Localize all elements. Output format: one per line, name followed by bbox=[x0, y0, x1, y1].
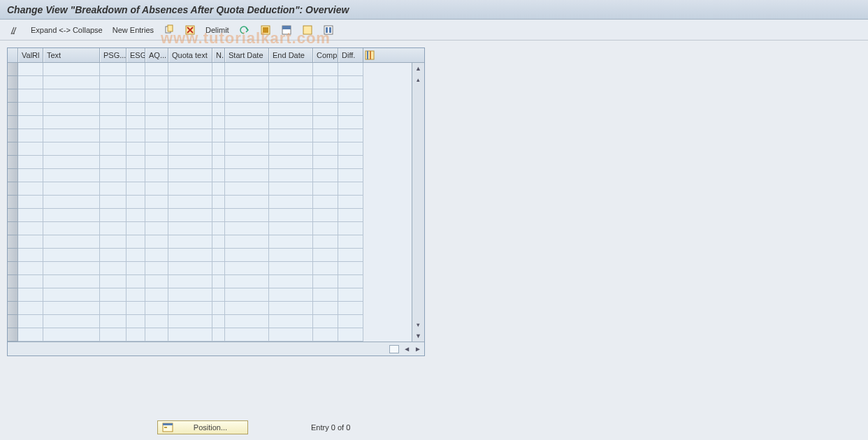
cell[interactable] bbox=[225, 209, 269, 222]
cell[interactable] bbox=[43, 328, 100, 342]
cell[interactable] bbox=[338, 235, 363, 249]
cell[interactable] bbox=[269, 196, 313, 209]
cell[interactable] bbox=[212, 89, 225, 103]
cell[interactable] bbox=[212, 262, 225, 275]
row-selector[interactable] bbox=[8, 222, 18, 235]
cell[interactable] bbox=[43, 275, 100, 288]
cell[interactable] bbox=[269, 302, 313, 315]
cell[interactable] bbox=[145, 288, 168, 302]
cell[interactable] bbox=[145, 116, 168, 129]
cell[interactable] bbox=[212, 275, 225, 288]
cell[interactable] bbox=[212, 196, 225, 209]
edit-tool-button[interactable] bbox=[7, 23, 24, 37]
cell[interactable] bbox=[338, 262, 363, 275]
cell[interactable] bbox=[212, 315, 225, 328]
cell[interactable] bbox=[18, 169, 43, 182]
cell[interactable] bbox=[43, 129, 100, 142]
row-selector[interactable] bbox=[8, 156, 18, 169]
cell[interactable] bbox=[225, 315, 269, 328]
cell[interactable] bbox=[212, 169, 225, 182]
scroll-up-button[interactable]: ▲ bbox=[412, 63, 424, 74]
cell[interactable] bbox=[338, 156, 363, 169]
cell[interactable] bbox=[100, 129, 126, 142]
cell[interactable] bbox=[126, 222, 145, 235]
cell[interactable] bbox=[43, 315, 100, 328]
cell[interactable] bbox=[269, 328, 313, 342]
cell[interactable] bbox=[313, 235, 338, 249]
cell[interactable] bbox=[18, 209, 43, 222]
cell[interactable] bbox=[225, 222, 269, 235]
cell[interactable] bbox=[43, 196, 100, 209]
cell[interactable] bbox=[126, 103, 145, 116]
cell[interactable] bbox=[212, 222, 225, 235]
cell[interactable] bbox=[313, 116, 338, 129]
copy-button[interactable] bbox=[161, 23, 178, 37]
cell[interactable] bbox=[100, 249, 126, 262]
cell[interactable] bbox=[100, 315, 126, 328]
cell[interactable] bbox=[18, 156, 43, 169]
column-header-comp-[interactable]: Comp. bbox=[313, 48, 338, 62]
row-selector[interactable] bbox=[8, 262, 18, 275]
cell[interactable] bbox=[338, 209, 363, 222]
cell[interactable] bbox=[212, 249, 225, 262]
row-selector[interactable] bbox=[8, 63, 18, 76]
cell[interactable] bbox=[212, 142, 225, 156]
cell[interactable] bbox=[269, 103, 313, 116]
cell[interactable] bbox=[100, 103, 126, 116]
cell[interactable] bbox=[168, 116, 212, 129]
cell[interactable] bbox=[212, 63, 225, 76]
cell[interactable] bbox=[126, 249, 145, 262]
cell[interactable] bbox=[338, 142, 363, 156]
row-selector[interactable] bbox=[8, 116, 18, 129]
cell[interactable] bbox=[168, 76, 212, 89]
cell[interactable] bbox=[126, 302, 145, 315]
cell[interactable] bbox=[43, 116, 100, 129]
cell[interactable] bbox=[18, 262, 43, 275]
cell[interactable] bbox=[18, 222, 43, 235]
cell[interactable] bbox=[212, 235, 225, 249]
cell[interactable] bbox=[168, 235, 212, 249]
cell[interactable] bbox=[100, 288, 126, 302]
cell[interactable] bbox=[212, 288, 225, 302]
cell[interactable] bbox=[126, 275, 145, 288]
cell[interactable] bbox=[225, 196, 269, 209]
cell[interactable] bbox=[126, 76, 145, 89]
cell[interactable] bbox=[18, 302, 43, 315]
cell[interactable] bbox=[269, 116, 313, 129]
cell[interactable] bbox=[269, 315, 313, 328]
cell[interactable] bbox=[126, 328, 145, 342]
cell[interactable] bbox=[225, 89, 269, 103]
delimit-button[interactable]: Delimit bbox=[203, 24, 232, 36]
cell[interactable] bbox=[126, 235, 145, 249]
cell[interactable] bbox=[338, 302, 363, 315]
cell[interactable] bbox=[126, 262, 145, 275]
cell[interactable] bbox=[313, 156, 338, 169]
cell[interactable] bbox=[100, 116, 126, 129]
cell[interactable] bbox=[313, 76, 338, 89]
cell[interactable] bbox=[145, 76, 168, 89]
column-header-quota-text[interactable]: Quota text bbox=[168, 48, 212, 62]
cell[interactable] bbox=[269, 235, 313, 249]
cell[interactable] bbox=[168, 222, 212, 235]
cell[interactable] bbox=[100, 63, 126, 76]
cell[interactable] bbox=[145, 129, 168, 142]
cell[interactable] bbox=[269, 129, 313, 142]
undo-button[interactable] bbox=[236, 23, 253, 37]
cell[interactable] bbox=[313, 103, 338, 116]
cell[interactable] bbox=[269, 182, 313, 196]
cell[interactable] bbox=[212, 116, 225, 129]
cell[interactable] bbox=[43, 302, 100, 315]
row-selector[interactable] bbox=[8, 89, 18, 103]
cell[interactable] bbox=[18, 315, 43, 328]
cell[interactable] bbox=[100, 275, 126, 288]
column-header-n-[interactable]: N.. bbox=[212, 48, 225, 62]
cell[interactable] bbox=[168, 63, 212, 76]
cell[interactable] bbox=[313, 328, 338, 342]
cell[interactable] bbox=[168, 275, 212, 288]
cell[interactable] bbox=[212, 328, 225, 342]
cell[interactable] bbox=[313, 302, 338, 315]
cell[interactable] bbox=[168, 209, 212, 222]
column-header-valrl[interactable]: ValRl bbox=[18, 48, 43, 62]
cell[interactable] bbox=[18, 116, 43, 129]
position-button[interactable]: Position... bbox=[157, 420, 248, 434]
